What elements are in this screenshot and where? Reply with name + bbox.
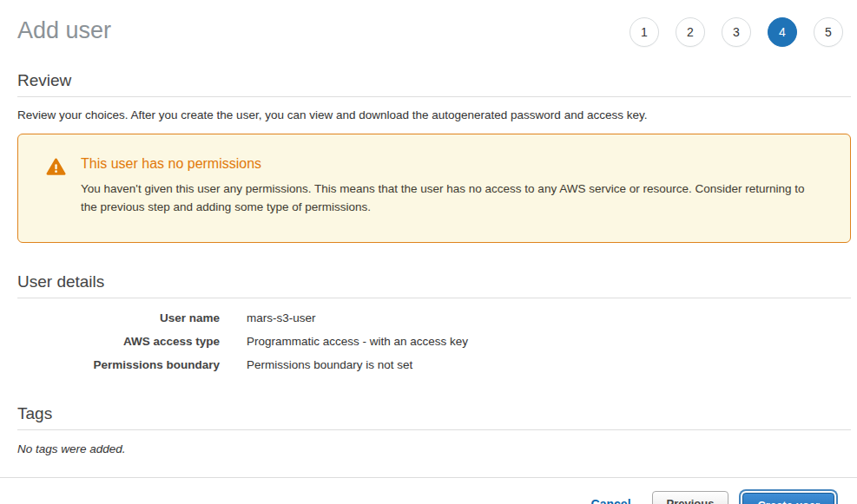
tags-divider	[17, 429, 851, 430]
step-indicator-5: 5	[814, 17, 843, 47]
user-details-divider	[17, 298, 851, 298]
previous-button[interactable]: Previous	[652, 491, 729, 504]
tags-section: Tags No tags were added.	[17, 404, 851, 455]
review-heading: Review	[17, 71, 851, 90]
wizard-header: Add user 1 2 3 4 5	[0, 0, 857, 47]
user-details-section: User details User name mars-s3-user AWS …	[17, 272, 851, 371]
step-indicator-4-active: 4	[768, 17, 797, 47]
review-divider	[17, 96, 851, 97]
step-indicator-2: 2	[676, 17, 705, 47]
detail-label: AWS access type	[17, 335, 220, 348]
review-description: Review your choices. After you create th…	[17, 108, 851, 121]
page-title: Add user	[17, 17, 111, 44]
warning-text: This user has no permissions You haven't…	[81, 156, 815, 216]
detail-value: mars-s3-user	[247, 311, 316, 324]
user-details-heading: User details	[17, 272, 851, 291]
create-user-button[interactable]: Create user	[742, 493, 834, 504]
wizard-footer: Cancel Previous Create user	[0, 478, 857, 504]
detail-label: Permissions boundary	[17, 358, 220, 371]
warning-title: This user has no permissions	[81, 156, 815, 172]
add-user-wizard-page: Add user 1 2 3 4 5 Review Review your ch…	[0, 0, 857, 504]
wizard-content: Review Review your choices. After you cr…	[0, 71, 857, 455]
review-section: Review Review your choices. After you cr…	[17, 71, 851, 243]
step-indicator-3: 3	[722, 17, 751, 47]
step-indicator: 1 2 3 4 5	[630, 17, 843, 47]
detail-value: Programmatic access - with an access key	[247, 335, 468, 348]
warning-body: You haven't given this user any permissi…	[81, 180, 815, 216]
step-indicator-1: 1	[630, 17, 659, 47]
detail-row-access-type: AWS access type Programmatic access - wi…	[17, 335, 851, 348]
detail-label: User name	[17, 311, 220, 324]
detail-value: Permissions boundary is not set	[247, 358, 412, 371]
tags-heading: Tags	[17, 404, 851, 423]
detail-row-permissions-boundary: Permissions boundary Permissions boundar…	[17, 358, 851, 371]
detail-row-user-name: User name mars-s3-user	[17, 311, 851, 324]
no-permissions-warning: This user has no permissions You haven't…	[17, 134, 851, 243]
warning-triangle-icon	[46, 157, 66, 216]
no-tags-message: No tags were added.	[17, 442, 851, 455]
cancel-button[interactable]: Cancel	[591, 497, 631, 504]
